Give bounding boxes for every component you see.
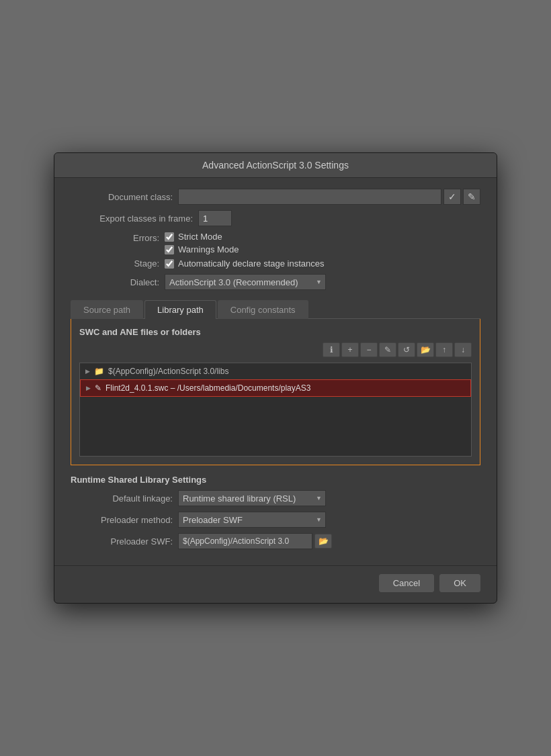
- list-item-text-1: $(AppConfig)/ActionScript 3.0/libs: [108, 367, 228, 376]
- default-linkage-select-wrapper: Runtime shared library (RSL): [178, 490, 326, 506]
- info-button[interactable]: ℹ: [323, 342, 340, 357]
- document-class-input[interactable]: [178, 189, 441, 205]
- preloader-swf-label: Preloader SWF:: [71, 536, 178, 547]
- stage-label: Stage:: [71, 258, 165, 269]
- edit-button[interactable]: ✎: [379, 342, 396, 357]
- preloader-method-row: Preloader method: Preloader SWF: [71, 512, 480, 528]
- preloader-method-select[interactable]: Preloader SWF: [178, 512, 326, 528]
- dialog-body: Document class: ✓ ✎ Export classes in fr…: [54, 178, 497, 565]
- errors-label: Errors:: [71, 232, 165, 243]
- runtime-title: Runtime Shared Library Settings: [71, 475, 480, 485]
- warnings-mode-checkbox[interactable]: [165, 245, 174, 254]
- default-linkage-row: Default linkage: Runtime shared library …: [71, 490, 480, 506]
- file-list: ▶ 📁 $(AppConfig)/ActionScript 3.0/libs ▶…: [79, 363, 472, 457]
- tab-source-path[interactable]: Source path: [71, 300, 143, 319]
- errors-row: Errors: Strict Mode Warnings Mode: [71, 232, 480, 254]
- tab-content-library-path: SWC and ANE files or folders ℹ + − ✎ ↺ 📂…: [71, 319, 480, 465]
- arrow-icon-2: ▶: [86, 385, 91, 391]
- ok-button[interactable]: OK: [439, 574, 480, 592]
- list-item[interactable]: ▶ 📁 $(AppConfig)/ActionScript 3.0/libs: [80, 363, 471, 379]
- document-class-label: Document class:: [71, 192, 178, 202]
- preloader-swf-input[interactable]: [178, 533, 312, 549]
- export-frame-row: Export classes in frame:: [71, 210, 480, 226]
- dialect-label: Dialect:: [71, 277, 165, 287]
- stage-checkbox-row[interactable]: Automatically declare stage instances: [165, 258, 325, 269]
- strict-mode-row[interactable]: Strict Mode: [165, 232, 239, 242]
- warnings-mode-label: Warnings Mode: [178, 244, 239, 254]
- default-linkage-select[interactable]: Runtime shared library (RSL): [178, 490, 326, 506]
- folder-icon-1: 📁: [94, 367, 104, 376]
- document-class-row: Document class: ✓ ✎: [71, 189, 480, 205]
- dialog-footer: Cancel OK: [54, 565, 497, 603]
- warnings-mode-row[interactable]: Warnings Mode: [165, 244, 239, 254]
- list-item-text-2: Flint2d_4.0.1.swc – /Users/labmedia/Docu…: [105, 383, 310, 393]
- stage-checkbox-label: Automatically declare stage instances: [178, 258, 325, 269]
- preloader-method-label: Preloader method:: [71, 515, 178, 525]
- runtime-section: Runtime Shared Library Settings Default …: [71, 475, 480, 549]
- validate-button[interactable]: ✓: [443, 189, 461, 205]
- add-button[interactable]: +: [341, 342, 359, 357]
- export-frame-input[interactable]: [198, 210, 232, 226]
- default-linkage-label: Default linkage:: [71, 493, 178, 504]
- list-toolbar: ℹ + − ✎ ↺ 📂 ↑ ↓: [79, 342, 472, 357]
- dialog-title: Advanced ActionScript 3.0 Settings: [54, 153, 497, 178]
- dialog: Advanced ActionScript 3.0 Settings Docum…: [54, 152, 497, 604]
- dialect-select-wrapper: ActionScript 3.0 (Recommended): [165, 274, 326, 290]
- edit-class-button[interactable]: ✎: [463, 189, 480, 205]
- move-down-button[interactable]: ↓: [454, 342, 472, 357]
- cancel-button[interactable]: Cancel: [379, 574, 434, 592]
- library-section-title: SWC and ANE files or folders: [79, 327, 472, 337]
- edit-icon-2: ✎: [95, 383, 101, 393]
- tab-config-constants[interactable]: Config constants: [218, 300, 308, 319]
- move-up-button[interactable]: ↑: [435, 342, 453, 357]
- errors-checkboxes: Strict Mode Warnings Mode: [165, 232, 239, 254]
- preloader-browse-button[interactable]: 📂: [314, 534, 332, 549]
- export-frame-label: Export classes in frame:: [71, 214, 198, 224]
- strict-mode-checkbox[interactable]: [165, 232, 174, 242]
- tab-library-path[interactable]: Library path: [144, 300, 216, 319]
- preloader-method-select-wrapper: Preloader SWF: [178, 512, 326, 528]
- title-text: Advanced ActionScript 3.0 Settings: [202, 160, 349, 171]
- remove-button[interactable]: −: [360, 342, 378, 357]
- browse-button[interactable]: 📂: [417, 342, 434, 357]
- stage-row: Stage: Automatically declare stage insta…: [71, 258, 480, 269]
- dialect-select[interactable]: ActionScript 3.0 (Recommended): [165, 274, 326, 290]
- tabs-row: Source path Library path Config constant…: [71, 299, 480, 319]
- preloader-swf-row: Preloader SWF: 📂: [71, 533, 480, 549]
- list-item-selected[interactable]: ▶ ✎ Flint2d_4.0.1.swc – /Users/labmedia/…: [80, 379, 471, 397]
- strict-mode-label: Strict Mode: [178, 232, 222, 242]
- arrow-icon-1: ▶: [85, 368, 90, 375]
- dialect-row: Dialect: ActionScript 3.0 (Recommended): [71, 274, 480, 290]
- stage-checkbox[interactable]: [165, 259, 174, 269]
- refresh-button[interactable]: ↺: [398, 342, 415, 357]
